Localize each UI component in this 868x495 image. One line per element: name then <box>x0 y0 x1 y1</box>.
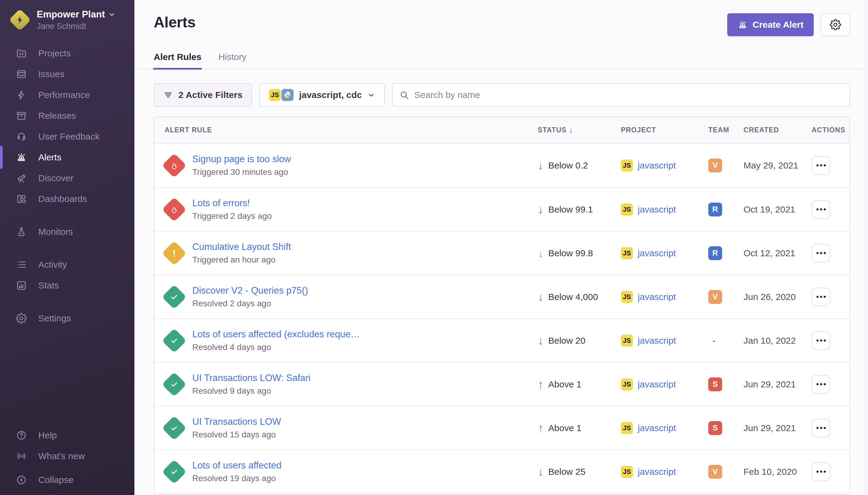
ellipsis-icon <box>820 252 822 254</box>
sidebar-item-user-feedback[interactable]: User Feedback <box>0 126 135 147</box>
alert-rule-link[interactable]: UI Transactions LOW <box>192 416 281 427</box>
alert-rule-link[interactable]: Cumulative Layout Shift <box>192 241 291 252</box>
sidebar-item-dashboards[interactable]: Dashboards <box>0 189 135 209</box>
team-avatar: S <box>708 421 722 435</box>
sidebar-item-label: Help <box>38 430 57 441</box>
active-filters-button[interactable]: 2 Active Filters <box>154 83 252 107</box>
project-link[interactable]: javascript <box>638 204 676 215</box>
alert-rule-status-text: Resolved 15 days ago <box>192 430 281 440</box>
row-actions-button[interactable] <box>812 244 830 262</box>
tab-history[interactable]: History <box>218 52 246 69</box>
team-avatar: V <box>708 465 722 479</box>
created-date: Jan 10, 2022 <box>744 336 812 346</box>
project-link[interactable]: javascript <box>638 248 676 258</box>
column-header-created: Created <box>744 126 812 134</box>
sidebar-item-monitors[interactable]: Monitors <box>0 222 135 242</box>
row-actions-button[interactable] <box>812 375 830 394</box>
alert-rule-link[interactable]: Lots of users affected (excludes reque… <box>192 329 360 340</box>
row-actions-button[interactable] <box>812 419 830 438</box>
created-date: Jun 26, 2020 <box>744 292 812 302</box>
javascript-platform-icon: JS <box>621 422 633 434</box>
sidebar-item-releases[interactable]: Releases <box>0 105 135 126</box>
sidebar-item-help[interactable]: Help <box>0 425 135 446</box>
status-threshold: Below 99.1 <box>548 204 593 215</box>
org-name: Empower Plant <box>37 9 105 20</box>
sidebar-item-performance[interactable]: Performance <box>0 85 135 105</box>
status-threshold: Below 99.8 <box>548 248 593 258</box>
sidebar-item-label: User Feedback <box>38 132 100 142</box>
status-threshold: Above 1 <box>548 423 581 433</box>
critical-alert-icon <box>164 200 184 219</box>
sidebar-item-label: Dashboards <box>38 194 87 204</box>
row-actions-button[interactable] <box>812 331 830 350</box>
project-link[interactable]: javascript <box>638 423 676 433</box>
filter-bar: 2 Active Filters JS javascript, cdc <box>154 83 850 107</box>
alert-rule-link[interactable]: Lots of errors! <box>192 198 272 209</box>
project-link[interactable]: javascript <box>638 292 676 302</box>
sidebar-item-label: Projects <box>38 48 71 58</box>
project-selector[interactable]: JS javascript, cdc <box>259 83 385 107</box>
ellipsis-icon <box>820 208 822 210</box>
org-switcher[interactable]: Empower Plant Jane Schmidt <box>0 0 135 31</box>
scrollbar[interactable] <box>864 0 868 495</box>
sidebar-collapse-button[interactable]: Collapse <box>0 470 135 490</box>
broadcast-icon <box>16 450 27 462</box>
alert-rule-link[interactable]: Discover V2 - Queries p75() <box>192 285 308 296</box>
project-link[interactable]: javascript <box>638 379 676 390</box>
sidebar: Empower Plant Jane Schmidt Projects Issu… <box>0 0 135 495</box>
created-date: Oct 19, 2021 <box>744 204 812 215</box>
status-threshold: Below 25 <box>548 467 585 477</box>
sidebar-item-projects[interactable]: Projects <box>0 43 135 64</box>
sidebar-item-label: Discover <box>38 173 73 183</box>
javascript-platform-icon: JS <box>621 159 633 172</box>
arrow-down-icon: ↓ <box>538 160 543 171</box>
org-logo <box>9 9 31 31</box>
create-alert-button[interactable]: Create Alert <box>727 13 814 36</box>
search-input[interactable] <box>392 83 850 107</box>
collapse-chevron-icon <box>16 474 27 486</box>
sidebar-item-issues[interactable]: Issues <box>0 64 135 85</box>
tab-alert-rules[interactable]: Alert Rules <box>154 52 201 69</box>
help-circle-icon <box>16 430 27 441</box>
row-actions-button[interactable] <box>812 156 830 175</box>
alert-rule-status-text: Resolved 2 days ago <box>192 299 308 308</box>
javascript-platform-icon: JS <box>269 89 281 101</box>
sidebar-item-label: Releases <box>38 110 76 121</box>
column-header-status[interactable]: Status↓ <box>538 125 621 135</box>
alert-rule-status-text: Triggered an hour ago <box>192 255 291 265</box>
alert-rule-status-text: Resolved 19 days ago <box>192 474 281 483</box>
column-header-alert-rule: Alert Rule <box>164 126 538 134</box>
sidebar-footer: Help What's new Collapse <box>0 425 135 495</box>
python-platform-icon <box>281 89 294 101</box>
active-filters-label: 2 Active Filters <box>178 90 242 100</box>
team-none: - <box>708 336 715 345</box>
sidebar-item-alerts[interactable]: Alerts <box>0 147 135 168</box>
javascript-platform-icon: JS <box>621 247 633 259</box>
alert-rule-link[interactable]: Lots of users affected <box>192 460 281 471</box>
sidebar-item-settings[interactable]: Settings <box>0 308 135 329</box>
sidebar-item-label: Issues <box>38 69 65 79</box>
sidebar-item-stats[interactable]: Stats <box>0 275 135 296</box>
project-link[interactable]: javascript <box>638 467 676 477</box>
resolved-alert-icon <box>164 375 184 394</box>
arrow-down-icon: ↓ <box>538 335 543 346</box>
row-actions-button[interactable] <box>812 200 830 219</box>
row-actions-button[interactable] <box>812 288 830 306</box>
alert-rule-link[interactable]: Signup page is too slow <box>192 154 291 165</box>
sidebar-item-discover[interactable]: Discover <box>0 168 135 189</box>
sidebar-item-activity[interactable]: Activity <box>0 254 135 275</box>
project-link[interactable]: javascript <box>638 160 676 171</box>
javascript-platform-icon: JS <box>621 378 633 390</box>
column-header-actions: Actions <box>812 126 839 134</box>
sidebar-item-whats-new[interactable]: What's new <box>0 446 135 466</box>
column-header-team: Team <box>708 126 744 134</box>
project-link[interactable]: javascript <box>638 336 676 346</box>
row-actions-button[interactable] <box>812 462 830 481</box>
team-avatar: R <box>708 246 722 260</box>
sort-descending-icon: ↓ <box>569 125 573 135</box>
alert-rule-link[interactable]: UI Transactions LOW: Safari <box>192 373 310 383</box>
critical-alert-icon <box>164 156 184 175</box>
created-date: Feb 10, 2020 <box>744 467 812 477</box>
alert-settings-button[interactable] <box>821 13 850 36</box>
resolved-alert-icon <box>164 419 184 438</box>
